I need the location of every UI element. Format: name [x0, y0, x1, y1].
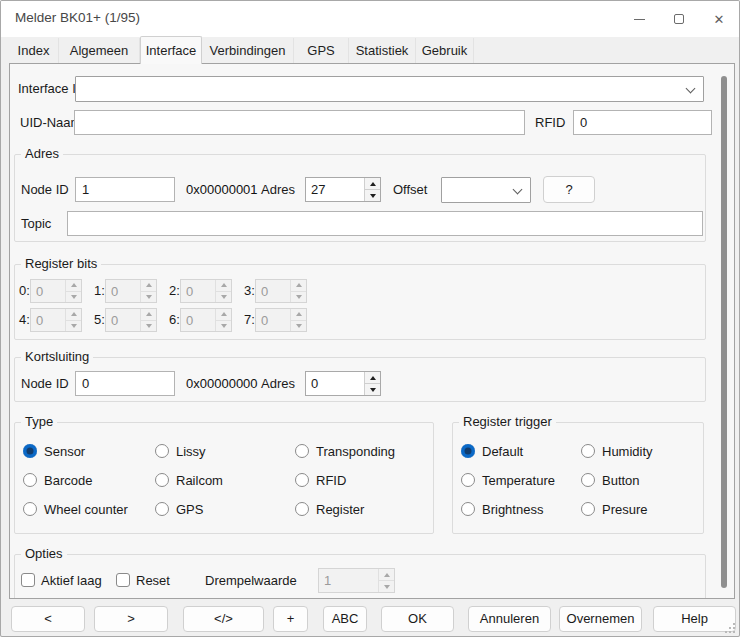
- cancel-button[interactable]: Annuleren: [468, 606, 551, 632]
- radio-humidity[interactable]: Humidity: [581, 441, 653, 461]
- rfid-input[interactable]: [573, 110, 712, 135]
- radio-presure[interactable]: Presure: [581, 499, 648, 519]
- radio-register[interactable]: Register: [295, 499, 364, 519]
- tab-gps[interactable]: GPS: [294, 38, 349, 63]
- abc-button[interactable]: ABC: [323, 606, 367, 632]
- bit-2-value: [181, 280, 215, 302]
- radio-brightness[interactable]: Brightness: [461, 499, 543, 519]
- tab-statistiek[interactable]: Statistiek: [349, 38, 416, 63]
- node-id-hex-value: 0x00000001: [186, 177, 258, 202]
- bit-3-spinner: [255, 279, 307, 303]
- radio-temperature[interactable]: Temperature: [461, 470, 555, 490]
- next-button[interactable]: >: [94, 606, 168, 632]
- opties-title: Opties: [21, 546, 67, 561]
- arrow-up-icon: [146, 283, 152, 287]
- radio-barcode[interactable]: Barcode: [23, 470, 92, 490]
- arrow-up-icon: [296, 283, 302, 287]
- radio-icon: [461, 473, 475, 487]
- radio-label: Button: [602, 473, 640, 488]
- spin-down-button[interactable]: [365, 189, 380, 201]
- checkbox-icon: [116, 573, 130, 587]
- bit-4-spinner: [30, 308, 82, 332]
- radio-button[interactable]: Button: [581, 470, 640, 490]
- radio-icon: [581, 502, 595, 516]
- radio-railcom[interactable]: Railcom: [155, 470, 223, 490]
- arrow-down-icon: [146, 295, 152, 299]
- close-button[interactable]: ✕: [699, 1, 739, 37]
- tab-content-panel: Interface ID UID-Naam RFID Adres Node ID…: [9, 63, 735, 599]
- tab-gebruik[interactable]: Gebruik: [416, 38, 474, 63]
- bit-5-value: [106, 309, 140, 331]
- vertical-scrollbar[interactable]: [721, 76, 727, 588]
- apply-button[interactable]: Overnemen: [559, 606, 642, 632]
- radio-sensor[interactable]: Sensor: [23, 441, 85, 461]
- bit-2-spinner: [180, 279, 232, 303]
- add-button[interactable]: +: [273, 606, 308, 632]
- code-button[interactable]: </>: [183, 606, 264, 632]
- tab-index[interactable]: Index: [9, 38, 59, 63]
- radio-lissy[interactable]: Lissy: [155, 441, 206, 461]
- kortsluiting-group: Kortsluiting Node ID 0x00000000 Adres: [14, 357, 706, 402]
- kortsluiting-title: Kortsluiting: [21, 349, 93, 364]
- radio-wheel-counter[interactable]: Wheel counter: [23, 499, 128, 519]
- spinner-buttons: [290, 309, 306, 331]
- tab-interface[interactable]: Interface: [140, 36, 202, 64]
- spin-down-button[interactable]: [365, 383, 380, 395]
- bit-label: 0:: [19, 279, 30, 303]
- radio-icon: [155, 444, 169, 458]
- uid-naam-input[interactable]: [74, 110, 525, 135]
- radio-icon: [23, 473, 37, 487]
- bit-1-spinner: [105, 279, 157, 303]
- spinner-buttons: [364, 178, 380, 201]
- checkbox-label: Aktief laag: [41, 573, 102, 588]
- close-icon: ✕: [714, 13, 725, 26]
- resize-grip[interactable]: [733, 623, 735, 625]
- topic-input[interactable]: [67, 211, 703, 236]
- tab-verbindingen[interactable]: Verbindingen: [202, 38, 294, 63]
- arrow-down-icon: [384, 585, 390, 589]
- arrow-down-icon: [71, 295, 77, 299]
- kortsluiting-adres-value[interactable]: [306, 372, 364, 395]
- topic-label: Topic: [21, 211, 51, 236]
- ok-button[interactable]: OK: [381, 606, 454, 632]
- adres-spinner[interactable]: [305, 177, 381, 202]
- arrow-down-icon: [146, 324, 152, 328]
- type-group: Type Sensor Lissy Transponding Barcode R…: [14, 422, 434, 534]
- radio-icon: [461, 444, 475, 458]
- spinner-buttons: [290, 280, 306, 302]
- node-id-input[interactable]: [75, 177, 175, 202]
- spin-up-button[interactable]: [365, 178, 380, 189]
- tab-bar: Index Algemeen Interface Verbindingen GP…: [1, 37, 739, 63]
- tab-algemeen[interactable]: Algemeen: [59, 38, 140, 63]
- arrow-down-icon: [296, 324, 302, 328]
- radio-label: Default: [482, 444, 523, 459]
- bit-4-value: [31, 309, 65, 331]
- kortsluiting-node-id-input[interactable]: [75, 371, 175, 396]
- radio-default[interactable]: Default: [461, 441, 523, 461]
- checkbox-reset[interactable]: Reset: [116, 570, 170, 590]
- chevron-down-icon: [513, 185, 523, 195]
- checkbox-aktief-laag[interactable]: Aktief laag: [21, 570, 102, 590]
- offset-combobox[interactable]: [441, 177, 531, 203]
- radio-rfid[interactable]: RFID: [295, 470, 346, 490]
- checkbox-icon: [21, 573, 35, 587]
- help-question-button[interactable]: ?: [543, 176, 595, 203]
- radio-gps[interactable]: GPS: [155, 499, 203, 519]
- help-button[interactable]: Help: [653, 606, 736, 632]
- maximize-button[interactable]: [659, 1, 699, 37]
- kortsluiting-adres-spinner[interactable]: [305, 371, 381, 396]
- register-bits-title: Register bits: [21, 256, 101, 271]
- radio-transponding[interactable]: Transponding: [295, 441, 395, 461]
- minimize-button[interactable]: [619, 1, 659, 37]
- adres-label: Adres: [261, 371, 295, 396]
- bit-7-value: [256, 309, 290, 331]
- radio-icon: [295, 473, 309, 487]
- spin-up-button[interactable]: [365, 372, 380, 383]
- radio-icon: [23, 444, 37, 458]
- prev-button[interactable]: <: [11, 606, 85, 632]
- radio-icon: [581, 473, 595, 487]
- adres-spinner-value[interactable]: [306, 178, 364, 201]
- bit-0-spinner: [30, 279, 82, 303]
- interface-id-combobox[interactable]: [75, 76, 704, 102]
- checkbox-label: Reset: [136, 573, 170, 588]
